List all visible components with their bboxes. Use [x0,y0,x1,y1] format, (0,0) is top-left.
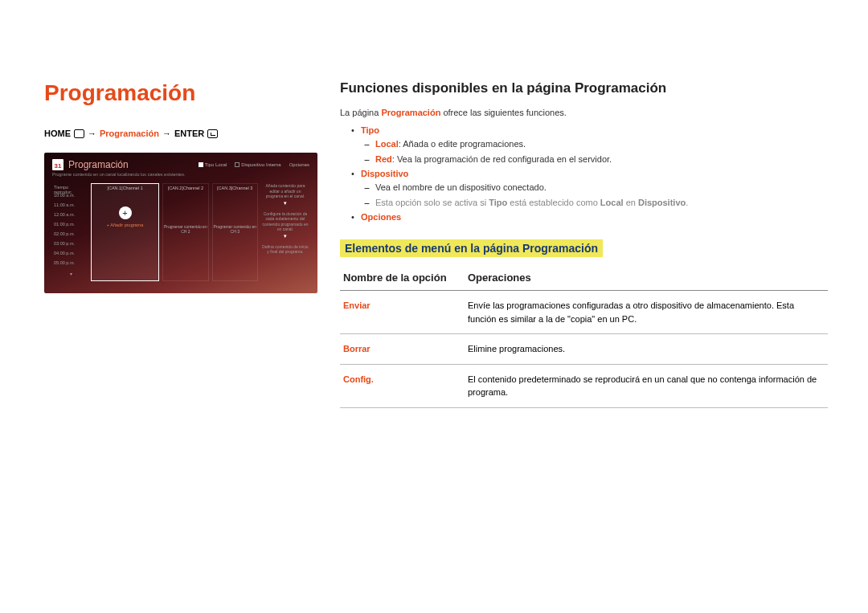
calendar-icon: 31 [52,159,63,170]
opt-desc: Elimine programaciones. [465,334,828,365]
breadcrumb: HOME → Programación → ENTER [44,129,317,138]
mock-tab-dispositivo: Dispositivo Interna [235,162,280,167]
home-icon [74,129,84,138]
feature-tipo-red: Red: Vea la programación de red configur… [361,153,828,166]
feature-dispositivo-note: Esta opción solo se activa si Tipo está … [361,196,828,210]
options-table: Nombre de la opción Operaciones Enviar E… [340,267,828,408]
intro-text: La página Programación ofrece las siguie… [340,108,828,117]
opt-name: Borrar [340,334,465,365]
screenshot-mock: 31 Programación Tipo Local Dispositivo I… [44,153,317,293]
subsection-title: Elementos de menú en la página Programac… [340,239,603,257]
breadcrumb-enter: ENTER [174,129,204,138]
mock-tab-opciones: Opciones [289,162,309,167]
mock-time-column: Tiempo reproduc. 10:00 a.m.11:00 a.m. 12… [52,183,88,281]
chevron-down-icon: ▾ [261,232,309,239]
feature-dispositivo-line: Vea el nombre de un dispositivo conectad… [361,181,828,194]
th-name: Nombre de la opción [340,267,465,291]
breadcrumb-arrow: → [162,129,171,138]
opt-name: Config. [340,364,465,407]
opt-desc: El contenido predeterminado se reproduci… [465,364,828,407]
feature-tipo: Tipo Local: Añada o edite programaciones… [340,125,828,166]
feature-dispositivo: Dispositivo Vea el nombre de un disposit… [340,169,828,209]
mock-title: Programación [68,159,129,170]
mock-add-label: + Añadir programa [92,223,158,227]
mock-side-info: Añada contenido para editar o añadir un … [261,183,309,281]
feature-tipo-local: Local: Añada o edite programaciones. [361,137,828,151]
mock-subtitle: Programe contenido en un canal localizan… [52,172,309,177]
table-row: Config. El contenido predeterminado se r… [340,364,828,407]
chevron-down-icon: ▾ [52,272,88,281]
breadcrumb-mid: Programación [100,129,159,138]
feature-list: Tipo Local: Añada o edite programaciones… [340,125,828,222]
opt-name: Enviar [340,291,465,334]
page-title: Programación [44,80,317,106]
opt-desc: Envíe las programaciones configuradas a … [465,291,828,334]
section-title: Funciones disponibles en la página Progr… [340,80,828,96]
feature-opciones: Opciones [340,212,828,222]
plus-icon: + [119,206,132,219]
mock-channel-3: [CAN.3]Channel 3 Programar contenido en … [212,183,258,281]
breadcrumb-home: HOME [44,129,71,138]
table-row: Borrar Elimine programaciones. [340,334,828,365]
chevron-down-icon: ▾ [261,199,309,206]
breadcrumb-arrow: → [88,129,96,138]
mock-channel-1: [CAN.1]Channel 1 + + Añadir programa [91,183,159,281]
enter-icon [207,129,218,138]
th-ops: Operaciones [465,267,828,291]
table-row: Enviar Envíe las programaciones configur… [340,291,828,334]
mock-channel-2: [CAN.2]Channel 2 Programar contenido en … [162,183,208,281]
mock-tab-tipo: Tipo Local [199,162,227,167]
